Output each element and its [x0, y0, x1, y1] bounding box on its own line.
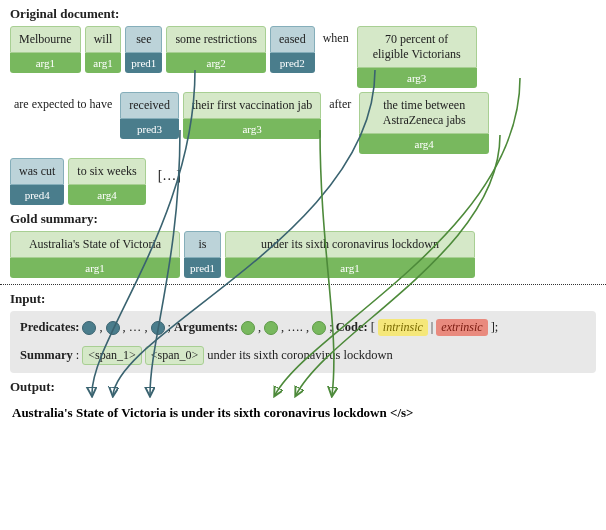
token-will: will arg1	[85, 26, 122, 73]
token-melbourne: Melbourne arg1	[10, 26, 81, 73]
token-ellipsis: […]	[150, 158, 189, 194]
token-70-percent: 70 percent of eligible Victorians arg3	[357, 26, 477, 88]
input-heading: Input:	[10, 291, 606, 307]
doc-row-3: was cut pred4 to six weeks arg4 […]	[0, 158, 606, 205]
output-heading: Output:	[10, 379, 606, 395]
token-az-jabs: the time between AstraZeneca jabs arg4	[359, 92, 489, 154]
token-see: see pred1	[125, 26, 162, 73]
token-received: received pred3	[120, 92, 179, 139]
predicates-label: Predicates:	[20, 320, 79, 335]
intrinsic-chip: intrinsic	[378, 319, 428, 336]
token-eased: eased pred2	[270, 26, 315, 73]
original-doc-heading: Original document:	[10, 6, 606, 22]
pred-dot-icon	[82, 321, 96, 335]
span-1-chip: <span_1>	[82, 346, 142, 365]
code-label: Code:	[336, 320, 368, 335]
summary-label: Summary	[20, 348, 73, 363]
token-are-expected: are expected to have	[10, 92, 116, 117]
doc-row-1: Melbourne arg1 will arg1 see pred1 some …	[0, 26, 606, 88]
span-0-chip: <span_0>	[145, 346, 205, 365]
arg-dot-icon	[241, 321, 255, 335]
output-text: Australia's State of Victoria is under i…	[0, 399, 606, 431]
gold-summary-heading: Gold summary:	[10, 211, 606, 227]
token-after: after	[325, 92, 355, 117]
arg-dot-icon	[312, 321, 326, 335]
input-block: Predicates: , , … , ; Arguments: , , …. …	[10, 311, 596, 373]
arguments-label: Arguments:	[174, 320, 238, 335]
token-was-cut: was cut pred4	[10, 158, 64, 205]
input-line-1: Predicates: , , … , ; Arguments: , , …. …	[20, 319, 586, 336]
token-when: when	[319, 26, 353, 51]
gold-arg1-right: under its sixth coronavirus lockdown arg…	[225, 231, 475, 278]
extrinsic-chip: extrinsic	[436, 319, 487, 336]
pred-dot-icon	[151, 321, 165, 335]
pred-dot-icon	[106, 321, 120, 335]
dotted-divider	[0, 284, 606, 285]
arg-dot-icon	[264, 321, 278, 335]
gold-pred1: is pred1	[184, 231, 221, 278]
token-first-jab: their first vaccination jab arg3	[183, 92, 321, 139]
gold-arg1-left: Australia's State of Victoria arg1	[10, 231, 180, 278]
token-six-weeks: to six weeks arg4	[68, 158, 145, 205]
gold-row: Australia's State of Victoria arg1 is pr…	[0, 231, 606, 278]
input-line-2: Summary: <span_1> <span_0> under its six…	[20, 346, 586, 365]
summary-tail-text: under its sixth coronavirus lockdown	[207, 348, 392, 363]
token-some-restrictions: some restrictions arg2	[166, 26, 266, 73]
doc-row-2: are expected to have received pred3 thei…	[0, 92, 606, 154]
